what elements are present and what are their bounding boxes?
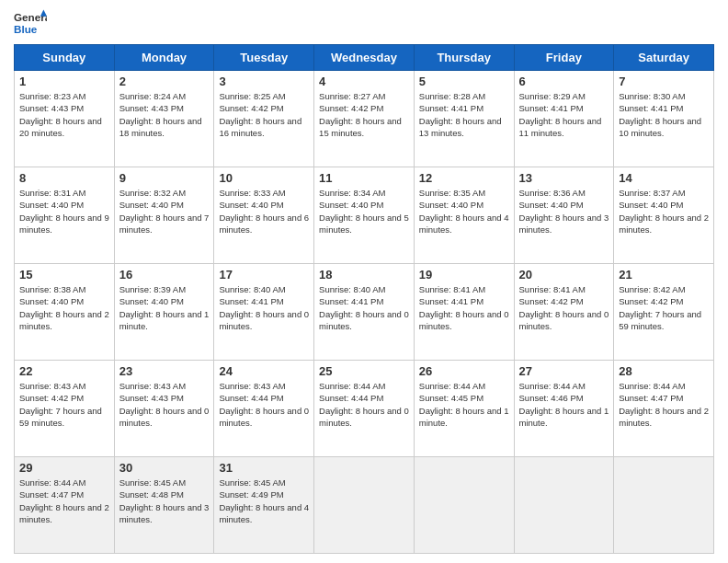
day-number: 20: [519, 268, 609, 282]
cell-info: Sunrise: 8:30 AMSunset: 4:41 PMDaylight:…: [619, 91, 701, 138]
day-number: 11: [319, 171, 409, 185]
cell-info: Sunrise: 8:41 AMSunset: 4:41 PMDaylight:…: [419, 284, 509, 331]
calendar-cell: 17 Sunrise: 8:40 AMSunset: 4:41 PMDaylig…: [214, 264, 314, 361]
cell-info: Sunrise: 8:43 AMSunset: 4:43 PMDaylight:…: [119, 381, 210, 428]
weekday-header-wednesday: Wednesday: [314, 45, 415, 71]
calendar-cell: 21 Sunrise: 8:42 AMSunset: 4:42 PMDaylig…: [614, 264, 714, 361]
calendar-cell: 7 Sunrise: 8:30 AMSunset: 4:41 PMDayligh…: [614, 71, 714, 167]
day-number: 27: [519, 364, 609, 378]
calendar-cell: [414, 457, 514, 554]
weekday-header-friday: Friday: [514, 45, 614, 71]
calendar-cell: 25 Sunrise: 8:44 AMSunset: 4:44 PMDaylig…: [314, 361, 415, 457]
cell-info: Sunrise: 8:34 AMSunset: 4:40 PMDaylight:…: [319, 188, 409, 235]
header: General Blue: [14, 9, 714, 37]
cell-info: Sunrise: 8:43 AMSunset: 4:44 PMDaylight:…: [219, 381, 309, 428]
calendar-cell: 27 Sunrise: 8:44 AMSunset: 4:46 PMDaylig…: [514, 361, 614, 457]
cell-info: Sunrise: 8:44 AMSunset: 4:47 PMDaylight:…: [19, 477, 109, 524]
day-number: 8: [19, 171, 109, 185]
day-number: 1: [19, 75, 109, 88]
calendar-header-row: SundayMondayTuesdayWednesdayThursdayFrid…: [15, 45, 714, 71]
day-number: 5: [419, 75, 509, 88]
calendar-cell: 6 Sunrise: 8:29 AMSunset: 4:41 PMDayligh…: [514, 71, 614, 167]
day-number: 14: [619, 171, 709, 185]
calendar-cell: [514, 457, 614, 554]
calendar-cell: 26 Sunrise: 8:44 AMSunset: 4:45 PMDaylig…: [414, 361, 514, 457]
calendar-cell: 2 Sunrise: 8:24 AMSunset: 4:43 PMDayligh…: [114, 71, 214, 167]
cell-info: Sunrise: 8:37 AMSunset: 4:40 PMDaylight:…: [619, 188, 709, 235]
calendar-cell: 10 Sunrise: 8:33 AMSunset: 4:40 PMDaylig…: [214, 167, 314, 264]
cell-info: Sunrise: 8:44 AMSunset: 4:45 PMDaylight:…: [419, 381, 509, 428]
calendar-cell: 9 Sunrise: 8:32 AMSunset: 4:40 PMDayligh…: [114, 167, 214, 264]
weekday-header-saturday: Saturday: [614, 45, 714, 71]
calendar-table: SundayMondayTuesdayWednesdayThursdayFrid…: [14, 44, 714, 554]
calendar-cell: 8 Sunrise: 8:31 AMSunset: 4:40 PMDayligh…: [15, 167, 115, 264]
day-number: 30: [119, 461, 210, 475]
calendar-cell: 18 Sunrise: 8:40 AMSunset: 4:41 PMDaylig…: [314, 264, 415, 361]
cell-info: Sunrise: 8:38 AMSunset: 4:40 PMDaylight:…: [19, 284, 109, 331]
cell-info: Sunrise: 8:43 AMSunset: 4:42 PMDaylight:…: [19, 381, 102, 428]
cell-info: Sunrise: 8:28 AMSunset: 4:41 PMDaylight:…: [419, 91, 502, 138]
weekday-header-monday: Monday: [114, 45, 214, 71]
cell-info: Sunrise: 8:24 AMSunset: 4:43 PMDaylight:…: [119, 91, 202, 138]
svg-text:General: General: [14, 11, 47, 23]
calendar-cell: 15 Sunrise: 8:38 AMSunset: 4:40 PMDaylig…: [15, 264, 115, 361]
calendar-cell: 19 Sunrise: 8:41 AMSunset: 4:41 PMDaylig…: [414, 264, 514, 361]
cell-info: Sunrise: 8:36 AMSunset: 4:40 PMDaylight:…: [519, 188, 609, 235]
cell-info: Sunrise: 8:25 AMSunset: 4:42 PMDaylight:…: [219, 91, 301, 138]
day-number: 6: [519, 75, 609, 88]
calendar-cell: 1 Sunrise: 8:23 AMSunset: 4:43 PMDayligh…: [15, 71, 115, 167]
calendar-cell: 5 Sunrise: 8:28 AMSunset: 4:41 PMDayligh…: [414, 71, 514, 167]
day-number: 10: [219, 171, 309, 185]
cell-info: Sunrise: 8:31 AMSunset: 4:40 PMDaylight:…: [19, 188, 109, 235]
cell-info: Sunrise: 8:45 AMSunset: 4:49 PMDaylight:…: [219, 477, 309, 524]
calendar-cell: 31 Sunrise: 8:45 AMSunset: 4:49 PMDaylig…: [214, 457, 314, 554]
calendar-cell: 12 Sunrise: 8:35 AMSunset: 4:40 PMDaylig…: [414, 167, 514, 264]
calendar-week-2: 8 Sunrise: 8:31 AMSunset: 4:40 PMDayligh…: [15, 167, 714, 264]
calendar-cell: 22 Sunrise: 8:43 AMSunset: 4:42 PMDaylig…: [15, 361, 115, 457]
calendar-cell: 11 Sunrise: 8:34 AMSunset: 4:40 PMDaylig…: [314, 167, 415, 264]
cell-info: Sunrise: 8:42 AMSunset: 4:42 PMDaylight:…: [619, 284, 701, 331]
calendar-week-1: 1 Sunrise: 8:23 AMSunset: 4:43 PMDayligh…: [15, 71, 714, 167]
cell-info: Sunrise: 8:44 AMSunset: 4:47 PMDaylight:…: [619, 381, 709, 428]
day-number: 21: [619, 268, 709, 282]
cell-info: Sunrise: 8:29 AMSunset: 4:41 PMDaylight:…: [519, 91, 602, 138]
weekday-header-thursday: Thursday: [414, 45, 514, 71]
day-number: 13: [519, 171, 609, 185]
logo-icon: General Blue: [14, 9, 47, 37]
day-number: 26: [419, 364, 509, 378]
weekday-header-tuesday: Tuesday: [214, 45, 314, 71]
weekday-header-sunday: Sunday: [15, 45, 115, 71]
day-number: 4: [319, 75, 409, 88]
cell-info: Sunrise: 8:23 AMSunset: 4:43 PMDaylight:…: [19, 91, 102, 138]
cell-info: Sunrise: 8:32 AMSunset: 4:40 PMDaylight:…: [119, 188, 210, 235]
day-number: 12: [419, 171, 509, 185]
day-number: 23: [119, 364, 210, 378]
calendar-cell: 28 Sunrise: 8:44 AMSunset: 4:47 PMDaylig…: [614, 361, 714, 457]
calendar-cell: 24 Sunrise: 8:43 AMSunset: 4:44 PMDaylig…: [214, 361, 314, 457]
calendar-cell: 4 Sunrise: 8:27 AMSunset: 4:42 PMDayligh…: [314, 71, 415, 167]
day-number: 18: [319, 268, 409, 282]
calendar-cell: 30 Sunrise: 8:45 AMSunset: 4:48 PMDaylig…: [114, 457, 214, 554]
calendar-week-3: 15 Sunrise: 8:38 AMSunset: 4:40 PMDaylig…: [15, 264, 714, 361]
page: General Blue SundayMondayTuesdayWednesda…: [0, 0, 728, 563]
day-number: 15: [19, 268, 109, 282]
cell-info: Sunrise: 8:27 AMSunset: 4:42 PMDaylight:…: [319, 91, 402, 138]
day-number: 24: [219, 364, 309, 378]
day-number: 25: [319, 364, 409, 378]
cell-info: Sunrise: 8:41 AMSunset: 4:42 PMDaylight:…: [519, 284, 609, 331]
cell-info: Sunrise: 8:35 AMSunset: 4:40 PMDaylight:…: [419, 188, 509, 235]
day-number: 22: [19, 364, 109, 378]
calendar-cell: [314, 457, 415, 554]
day-number: 28: [619, 364, 709, 378]
day-number: 3: [219, 75, 309, 88]
day-number: 2: [119, 75, 210, 88]
calendar-cell: 20 Sunrise: 8:41 AMSunset: 4:42 PMDaylig…: [514, 264, 614, 361]
cell-info: Sunrise: 8:44 AMSunset: 4:44 PMDaylight:…: [319, 381, 409, 428]
cell-info: Sunrise: 8:44 AMSunset: 4:46 PMDaylight:…: [519, 381, 609, 428]
calendar-cell: 16 Sunrise: 8:39 AMSunset: 4:40 PMDaylig…: [114, 264, 214, 361]
day-number: 16: [119, 268, 210, 282]
cell-info: Sunrise: 8:39 AMSunset: 4:40 PMDaylight:…: [119, 284, 210, 331]
calendar-cell: 3 Sunrise: 8:25 AMSunset: 4:42 PMDayligh…: [214, 71, 314, 167]
calendar-cell: 29 Sunrise: 8:44 AMSunset: 4:47 PMDaylig…: [15, 457, 115, 554]
calendar-cell: 14 Sunrise: 8:37 AMSunset: 4:40 PMDaylig…: [614, 167, 714, 264]
